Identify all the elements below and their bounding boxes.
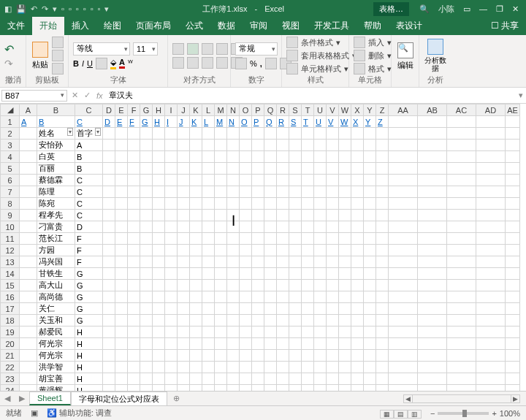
align-top-icon[interactable] xyxy=(172,43,184,55)
cell[interactable]: Q xyxy=(264,116,277,128)
cell[interactable]: 何光宗 xyxy=(37,350,75,362)
col-header[interactable]: K xyxy=(190,104,202,116)
cell[interactable]: B xyxy=(37,116,75,128)
conditional-formatting-button[interactable]: 条件格式 ▾ xyxy=(286,37,357,48)
qat-more-icon[interactable]: ▾ xyxy=(53,4,57,14)
row-header[interactable]: 10 xyxy=(1,221,20,233)
cell-styles-button[interactable]: 单元格样式 ▾ xyxy=(286,63,357,75)
tab-table-design[interactable]: 表设计 xyxy=(389,17,430,35)
row-header[interactable]: 8 xyxy=(1,198,20,210)
cell[interactable]: O xyxy=(240,116,252,128)
cell[interactable]: M xyxy=(215,116,227,128)
row-header[interactable]: 4 xyxy=(1,151,20,163)
cell[interactable]: 关玉和 xyxy=(37,315,75,327)
col-header[interactable]: I xyxy=(165,104,178,116)
percent-icon[interactable]: % xyxy=(250,59,257,68)
save-icon[interactable]: 💾 xyxy=(16,4,26,14)
bold-button[interactable]: B xyxy=(73,59,79,68)
col-header[interactable]: S xyxy=(289,104,302,116)
cell[interactable]: S xyxy=(289,116,302,128)
tab-file[interactable]: 文件 xyxy=(0,17,32,35)
cell[interactable]: 冯兴国 xyxy=(37,256,75,268)
cell[interactable]: 方园 xyxy=(37,245,75,256)
col-header[interactable]: E xyxy=(115,104,128,116)
cell[interactable]: X xyxy=(351,116,364,128)
formula-bar-input[interactable] xyxy=(109,91,513,100)
col-header[interactable]: Z xyxy=(376,104,389,116)
cell[interactable]: 白英 xyxy=(37,151,75,163)
cell[interactable]: H xyxy=(75,327,103,338)
col-header[interactable]: A xyxy=(20,104,37,116)
cell[interactable]: H xyxy=(75,338,103,350)
row-header[interactable]: 22 xyxy=(1,362,20,373)
row-header[interactable]: 16 xyxy=(1,291,20,303)
cell[interactable]: 甘铁生 xyxy=(37,268,75,280)
col-header[interactable]: W xyxy=(339,104,351,116)
cell[interactable]: 百丽 xyxy=(37,163,75,175)
cell[interactable]: H xyxy=(75,350,103,362)
cell[interactable]: F xyxy=(75,245,103,256)
qat-icon[interactable]: ▫ xyxy=(98,4,101,13)
col-header[interactable]: H xyxy=(153,104,165,116)
align-right-icon[interactable] xyxy=(202,57,213,69)
cell[interactable]: 高尚德 xyxy=(37,291,75,303)
align-left-icon[interactable] xyxy=(172,57,184,69)
cell[interactable]: 程孝先 xyxy=(37,210,75,221)
tab-data[interactable]: 数据 xyxy=(210,17,243,35)
cell[interactable]: T xyxy=(302,116,314,128)
col-header[interactable]: T xyxy=(302,104,314,116)
minimize-button[interactable]: — xyxy=(479,4,487,13)
italic-button[interactable]: I xyxy=(82,59,84,68)
col-header[interactable]: Q xyxy=(264,104,277,116)
align-center-icon[interactable] xyxy=(187,57,199,69)
view-buttons[interactable]: ▦▤▥ xyxy=(380,409,422,418)
cell[interactable]: 洪学智 xyxy=(37,362,75,373)
sheet-nav-prev-icon[interactable]: ◀ xyxy=(0,394,15,403)
cell[interactable]: A xyxy=(75,140,103,151)
cell[interactable]: C xyxy=(75,210,103,221)
cell[interactable]: 蔡德霖 xyxy=(37,175,75,186)
row-header[interactable]: 7 xyxy=(1,186,20,198)
col-header[interactable]: N xyxy=(227,104,240,116)
cell[interactable]: C xyxy=(75,116,103,128)
cell[interactable]: E xyxy=(115,116,128,128)
cell[interactable] xyxy=(447,116,476,128)
row-header[interactable]: 17 xyxy=(1,303,20,315)
col-header[interactable]: O xyxy=(240,104,252,116)
undo-icon[interactable]: ↶ xyxy=(31,4,37,14)
cell[interactable]: F xyxy=(128,116,140,128)
col-header[interactable]: C xyxy=(75,104,103,116)
cell[interactable]: L xyxy=(202,116,215,128)
font-size-select[interactable]: 11 xyxy=(133,42,158,56)
orientation-icon[interactable] xyxy=(216,43,228,55)
accessibility-status[interactable]: ♿ 辅助功能: 调查 xyxy=(47,408,112,419)
cell[interactable] xyxy=(389,116,418,128)
cell[interactable]: C xyxy=(75,175,103,186)
inc-decimal-icon[interactable] xyxy=(265,58,277,69)
row-header[interactable]: 19 xyxy=(1,327,20,338)
paste-button[interactable]: 粘贴 xyxy=(31,42,49,70)
cell[interactable]: Z xyxy=(376,116,389,128)
underline-button[interactable]: U xyxy=(87,59,93,68)
analyze-data-button[interactable]: 分析数据 xyxy=(424,39,447,72)
share-button[interactable]: ☐ 共享 xyxy=(484,17,526,35)
tab-help[interactable]: 帮助 xyxy=(357,17,389,35)
fx-icon[interactable]: fx xyxy=(96,91,103,100)
tab-review[interactable]: 审阅 xyxy=(243,17,275,35)
number-format-select[interactable]: 常规 xyxy=(235,42,278,56)
cell[interactable]: A xyxy=(20,116,37,128)
cell[interactable]: I xyxy=(165,116,178,128)
qat-icon[interactable]: ▾ xyxy=(104,4,109,14)
format-as-table-button[interactable]: 套用表格格式 ▾ xyxy=(286,50,357,61)
redo-icon[interactable]: ↷ xyxy=(4,58,14,69)
phonetic-button[interactable]: ᵂ xyxy=(128,58,133,68)
cell[interactable]: 郝爱民 xyxy=(37,327,75,338)
cell[interactable]: F xyxy=(75,233,103,245)
expand-formula-bar-icon[interactable]: ▾ xyxy=(519,91,523,100)
cell[interactable]: 胡宝善 xyxy=(37,373,75,385)
maximize-button[interactable]: ❐ xyxy=(496,4,503,14)
cell[interactable]: C xyxy=(75,186,103,198)
cell[interactable]: B xyxy=(75,163,103,175)
cell[interactable]: 姓名▾ xyxy=(37,128,75,140)
cell[interactable]: F xyxy=(75,256,103,268)
